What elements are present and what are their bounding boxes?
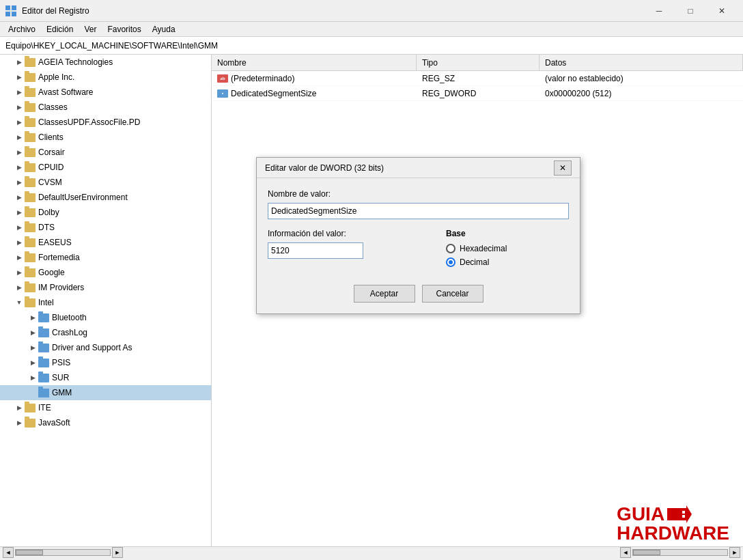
radio-hexadecimal[interactable]: Hexadecimal <box>446 244 569 253</box>
dialog-nombre-input[interactable] <box>268 203 569 219</box>
toggle-javasoft[interactable]: ▶ <box>14 417 25 428</box>
tree-item-easeus[interactable]: ▶ EASEUS <box>0 235 211 250</box>
dialog-title-bar: Editar valor de DWORD (32 bits) ✕ <box>257 158 580 178</box>
tree-item-javasoft[interactable]: ▶ JavaSoft <box>0 415 211 430</box>
toggle-cpuid[interactable]: ▶ <box>14 162 25 173</box>
folder-icon-gmm <box>38 389 49 397</box>
watermark: GUIA HARDWARE <box>617 505 729 543</box>
menu-ver[interactable]: Ver <box>79 23 102 36</box>
toggle-clients[interactable]: ▶ <box>14 132 25 143</box>
menu-bar: Archivo Edición Ver Favoritos Ayuda <box>0 22 743 37</box>
toggle-sur[interactable]: ▶ <box>27 372 38 383</box>
tree-item-bluetooth[interactable]: ▶ Bluetooth <box>0 310 211 325</box>
toggle-cvsm[interactable]: ▶ <box>14 177 25 188</box>
label-google: Google <box>38 268 65 277</box>
radio-hex-circle[interactable] <box>446 244 455 253</box>
tree-item-ite[interactable]: ▶ ITE <box>0 400 211 415</box>
label-javasoft: JavaSoft <box>38 418 70 428</box>
toggle-classes[interactable]: ▶ <box>14 102 25 113</box>
toggle-ite[interactable]: ▶ <box>14 402 25 413</box>
scroll-right-btn[interactable]: ► <box>112 547 123 558</box>
toggle-apple[interactable]: ▶ <box>14 72 25 83</box>
reg-entry-segment[interactable]: ▪ DedicatedSegmentSize REG_DWORD 0x00000… <box>212 86 743 101</box>
toggle-dolby[interactable]: ▶ <box>14 207 25 218</box>
tree-item-clients[interactable]: ▶ Clients <box>0 130 211 145</box>
dialog-close-button[interactable]: ✕ <box>554 160 572 176</box>
tree-item-defaultuser[interactable]: ▶ DefaultUserEnvironment <box>0 190 211 205</box>
tree-item-apple[interactable]: ▶ Apple Inc. <box>0 70 211 85</box>
close-button[interactable]: ✕ <box>706 0 738 22</box>
toggle-bluetooth[interactable]: ▶ <box>27 312 38 323</box>
dialog-aceptar-button[interactable]: Aceptar <box>354 285 415 303</box>
menu-archivo[interactable]: Archivo <box>3 23 41 36</box>
radio-decimal[interactable]: Decimal <box>446 257 569 267</box>
dword-icon-segment: ▪ <box>217 89 228 98</box>
tree-item-dts[interactable]: ▶ DTS <box>0 220 211 235</box>
window-title: Editor del Registro <box>22 6 643 16</box>
scroll-left-btn[interactable]: ◄ <box>3 547 14 558</box>
watermark-guia: GUIA <box>617 505 664 524</box>
radio-hex-label: Hexadecimal <box>460 244 507 253</box>
tree-item-cpuid[interactable]: ▶ CPUID <box>0 160 211 175</box>
toggle-fortemedia[interactable]: ▶ <box>14 252 25 263</box>
reg-tipo-default: REG_SZ <box>417 71 539 85</box>
tree-item-psis[interactable]: ▶ PSIS <box>0 355 211 370</box>
right-hscroll-thumb[interactable] <box>633 550 660 555</box>
menu-favoritos[interactable]: Favoritos <box>102 23 146 36</box>
right-scroll-right-btn[interactable]: ► <box>729 547 740 558</box>
tree-item-google[interactable]: ▶ Google <box>0 265 211 280</box>
toggle-intel[interactable]: ▼ <box>14 297 25 308</box>
label-dts: DTS <box>38 223 55 232</box>
toggle-dts[interactable]: ▶ <box>14 222 25 233</box>
app-icon <box>5 5 16 16</box>
label-avast: Avast Software <box>38 87 93 97</box>
radio-dec-circle[interactable] <box>446 257 455 267</box>
tree-scroll[interactable]: ▶ AGEIA Technologies ▶ Apple Inc. ▶ Avas… <box>0 55 211 546</box>
tree-item-dolby[interactable]: ▶ Dolby <box>0 205 211 220</box>
tree-item-fortemedia[interactable]: ▶ Fortemedia <box>0 250 211 265</box>
svg-rect-2 <box>5 12 10 16</box>
label-cvsm: CVSM <box>38 178 62 187</box>
tree-item-ageia[interactable]: ▶ AGEIA Technologies <box>0 55 211 70</box>
tree-item-driverassist[interactable]: ▶ Driver and Support As <box>0 340 211 355</box>
tree-item-crashlog[interactable]: ▶ CrashLog <box>0 325 211 340</box>
toggle-defaultuser[interactable]: ▶ <box>14 192 25 203</box>
tree-item-classesupdf[interactable]: ▶ ClassesUPDF.AssocFile.PD <box>0 115 211 130</box>
toggle-crashlog[interactable]: ▶ <box>27 327 38 338</box>
folder-icon-ite <box>25 404 36 412</box>
svg-marker-5 <box>686 505 692 523</box>
svg-rect-3 <box>12 12 16 16</box>
col-header-tipo: Tipo <box>417 55 539 70</box>
toggle-avast[interactable]: ▶ <box>14 87 25 98</box>
maximize-button[interactable]: □ <box>675 0 706 22</box>
toggle-google[interactable]: ▶ <box>14 267 25 278</box>
tree-item-cvsm[interactable]: ▶ CVSM <box>0 175 211 190</box>
toggle-driverassist[interactable]: ▶ <box>27 342 38 353</box>
reg-entry-default[interactable]: ab (Predeterminado) REG_SZ (valor no est… <box>212 71 743 86</box>
minimize-button[interactable]: ─ <box>643 0 675 22</box>
dialog-cancelar-button[interactable]: Cancelar <box>422 285 483 303</box>
menu-edicion[interactable]: Edición <box>41 23 79 36</box>
tree-item-gmm[interactable]: ▶ GMM <box>0 385 211 400</box>
tree-item-sur[interactable]: ▶ SUR <box>0 370 211 385</box>
tree-item-avast[interactable]: ▶ Avast Software <box>0 85 211 100</box>
tree-hscroll-track[interactable] <box>15 549 111 556</box>
toggle-psis[interactable]: ▶ <box>27 357 38 368</box>
tree-item-corsair[interactable]: ▶ Corsair <box>0 145 211 160</box>
menu-ayuda[interactable]: Ayuda <box>147 23 181 36</box>
toggle-improviders[interactable]: ▶ <box>14 282 25 293</box>
toggle-classesupdf[interactable]: ▶ <box>14 117 25 128</box>
tree-item-improviders[interactable]: ▶ IM Providers <box>0 280 211 295</box>
dialog-value-input[interactable] <box>268 242 363 259</box>
tree-item-intel[interactable]: ▼ Intel <box>0 295 211 310</box>
toggle-ageia[interactable]: ▶ <box>14 57 25 68</box>
toggle-corsair[interactable]: ▶ <box>14 147 25 158</box>
column-headers: Nombre Tipo Datos <box>212 55 743 71</box>
tree-hscroll-thumb[interactable] <box>16 550 43 555</box>
right-hscroll-track[interactable] <box>632 549 728 556</box>
toggle-easeus[interactable]: ▶ <box>14 237 25 248</box>
label-ageia: AGEIA Technologies <box>38 57 113 67</box>
folder-icon-easeus <box>25 238 36 247</box>
right-scroll-left-btn[interactable]: ◄ <box>620 547 631 558</box>
tree-item-classes[interactable]: ▶ Classes <box>0 100 211 115</box>
